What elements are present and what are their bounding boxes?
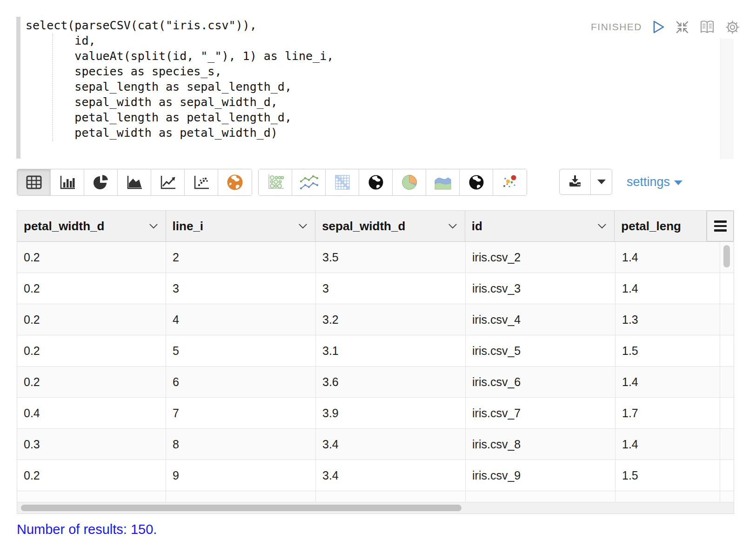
- bar-chart-button[interactable]: [51, 169, 84, 195]
- table-menu-button[interactable]: [707, 211, 734, 241]
- table-cell: iris.csv_3: [466, 273, 615, 304]
- globe-dark-button[interactable]: [359, 169, 393, 195]
- table-cell: 3: [316, 273, 466, 304]
- table-cell: 0.2: [17, 367, 166, 397]
- download-options-button[interactable]: [591, 169, 612, 194]
- table-cell: iris.csv_2: [466, 242, 615, 273]
- column-header-petal-width[interactable]: petal_width_d: [17, 211, 166, 241]
- table-cell-filler: [720, 398, 734, 428]
- table-row: 0.2 4 3.2 iris.csv_4 1.3: [17, 304, 734, 335]
- table-cell: 1.7: [615, 398, 720, 428]
- chart-type-toolbar: [17, 169, 527, 196]
- settings-caret-icon: [674, 180, 682, 185]
- table-header-row: petal_width_d line_i sepal_width_d id pe…: [17, 211, 734, 242]
- pie-chart-button[interactable]: [84, 169, 118, 195]
- chevron-down-icon[interactable]: [298, 223, 308, 229]
- status-badge: FINISHED: [591, 21, 642, 33]
- table-cell: 6: [166, 367, 316, 397]
- table-cell: 1.5: [615, 335, 720, 366]
- multi-line-chart-button[interactable]: [292, 169, 326, 195]
- table-cell: 0.2: [17, 273, 166, 304]
- table-cell: 0.4: [17, 398, 166, 428]
- table-row: 0.2 6 3.6 iris.csv_6 1.4: [17, 367, 734, 398]
- hamburger-icon: [714, 220, 727, 223]
- editor-scrollbar-track[interactable]: [720, 39, 734, 159]
- table-cell-filler: [720, 335, 734, 366]
- stacked-area-button[interactable]: [426, 169, 460, 195]
- table-chart-button[interactable]: [17, 169, 51, 195]
- chevron-down-icon[interactable]: [149, 223, 158, 229]
- table-row: 0.4 7 3.9 iris.csv_7 1.7: [17, 398, 734, 429]
- code-editor[interactable]: select(parseCSV(cat("iris.csv")), id, va…: [26, 18, 334, 140]
- table-cell: 4: [166, 304, 316, 335]
- book-icon[interactable]: [699, 20, 715, 34]
- table-cell: 0.2: [17, 304, 166, 335]
- table-cell: 1.4: [615, 367, 720, 397]
- table-cell: iris.csv_9: [466, 460, 615, 491]
- horizontal-scrollbar-thumb[interactable]: [21, 505, 461, 511]
- table-cell: 1.4: [615, 429, 720, 460]
- table-cell: iris.csv_6: [466, 367, 615, 397]
- table-cell: iris.csv_4: [466, 304, 615, 335]
- table-cell: 1.4: [615, 273, 720, 304]
- chevron-down-icon: [597, 180, 606, 184]
- table-cell-filler: [720, 304, 734, 335]
- table-row: 0.2 5 3.1 iris.csv_5 1.5: [17, 335, 734, 367]
- column-label: id: [472, 219, 482, 233]
- builtin-chart-group: [17, 169, 252, 196]
- paragraph-controls: FINISHED: [591, 20, 740, 34]
- table-body: 0.2 2 3.5 iris.csv_2 1.4 0.2 3 3 iris.cs…: [17, 242, 734, 491]
- table-cell-filler: [720, 367, 734, 397]
- globe-dark-button-2[interactable]: [460, 169, 493, 195]
- table-cell: 9: [166, 460, 316, 491]
- table-cell: 8: [166, 429, 316, 460]
- globe-orange-button[interactable]: [218, 169, 252, 195]
- table-row-partial: [17, 491, 734, 502]
- table-cell: 3.5: [316, 242, 466, 273]
- compress-icon[interactable]: [675, 20, 689, 34]
- table-cell: 1.5: [615, 460, 720, 491]
- table-cell: 0.2: [17, 242, 166, 273]
- table-cell: 3.2: [316, 304, 466, 335]
- editor-gutter: [16, 17, 20, 159]
- table-cell-filler: [720, 460, 734, 491]
- settings-toggle[interactable]: settings: [627, 169, 682, 195]
- table-cell: 3.6: [316, 367, 466, 397]
- play-icon[interactable]: [652, 20, 665, 34]
- plugin-chart-group: [258, 169, 527, 196]
- gear-icon[interactable]: [725, 20, 740, 34]
- column-label: petal_width_d: [24, 219, 104, 233]
- table-cell: 3.1: [316, 335, 466, 366]
- table-cell: 1.3: [615, 304, 720, 335]
- table-cell: 0.2: [17, 460, 166, 491]
- table-cell: iris.csv_5: [466, 335, 615, 366]
- column-header-id[interactable]: id: [465, 211, 615, 241]
- table-row: 0.3 8 3.4 iris.csv_8 1.4: [17, 429, 734, 460]
- area-chart-button[interactable]: [118, 169, 151, 195]
- chevron-down-icon[interactable]: [448, 223, 457, 229]
- table-row: 0.2 2 3.5 iris.csv_2 1.4: [17, 242, 734, 273]
- scatter-chart-button[interactable]: [185, 169, 218, 195]
- download-button-group: [559, 169, 612, 195]
- table-cell: 1.4: [615, 242, 720, 273]
- column-header-line-i[interactable]: line_i: [166, 211, 316, 241]
- column-header-sepal-width[interactable]: sepal_width_d: [315, 211, 465, 241]
- horizontal-scrollbar[interactable]: [17, 502, 734, 513]
- column-label: sepal_width_d: [322, 219, 405, 233]
- color-scatter-button[interactable]: [493, 169, 527, 195]
- download-icon: [568, 174, 582, 190]
- color-pie-chart-button[interactable]: [393, 169, 426, 195]
- download-button[interactable]: [560, 169, 591, 194]
- bubble-matrix-button[interactable]: [259, 169, 292, 195]
- vertical-scrollbar-thumb[interactable]: [723, 245, 730, 267]
- table-cell: 3.9: [316, 398, 466, 428]
- column-header-petal-length[interactable]: petal_leng: [615, 211, 707, 241]
- heatmap-grid-button[interactable]: [326, 169, 359, 195]
- settings-label: settings: [627, 175, 670, 189]
- chevron-down-icon[interactable]: [597, 223, 607, 229]
- table-cell-filler: [720, 429, 734, 460]
- table-cell: 7: [166, 398, 316, 428]
- table-cell: iris.csv_8: [466, 429, 615, 460]
- line-chart-button[interactable]: [151, 169, 185, 195]
- column-label: petal_leng: [621, 219, 681, 233]
